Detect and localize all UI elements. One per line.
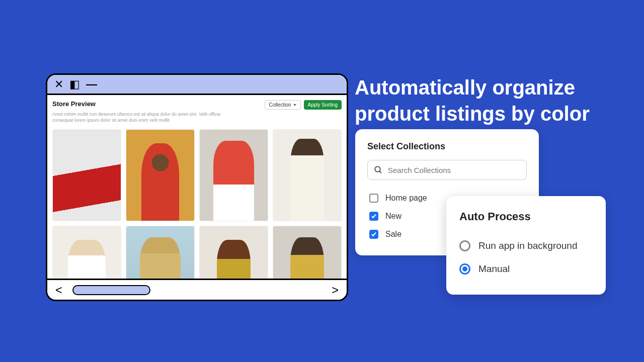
search-icon (374, 165, 383, 174)
collection-item-label: Sale (385, 230, 401, 239)
auto-process-panel: Auto Process Run app in background Manua… (446, 196, 606, 295)
nav-forward-icon[interactable]: > (332, 283, 339, 297)
radio-label: Run app in background (478, 240, 577, 251)
search-collections-field[interactable] (388, 166, 520, 174)
browser-content: Store Preview Collection Apply Sorting A… (47, 95, 347, 279)
product-card[interactable] (199, 129, 268, 221)
radio-unselected-icon[interactable] (459, 240, 470, 251)
collection-dropdown-label: Collection (269, 102, 291, 108)
radio-selected-icon[interactable] (459, 263, 470, 275)
browser-window: ✕ ◧ — Store Preview Collection Apply Sor… (46, 73, 348, 301)
product-card[interactable] (126, 129, 195, 221)
radio-label: Manual (478, 263, 510, 275)
minimize-icon[interactable]: — (86, 79, 97, 90)
svg-point-0 (375, 166, 380, 172)
auto-process-option-manual[interactable]: Manual (459, 257, 593, 281)
product-card[interactable] (273, 226, 342, 279)
collection-item-label: New (385, 212, 401, 221)
select-collections-title: Select Collections (367, 141, 527, 152)
close-icon[interactable]: ✕ (54, 79, 63, 90)
product-card[interactable] (273, 129, 342, 221)
browser-footer: < > (47, 279, 347, 300)
apply-sorting-button[interactable]: Apply Sorting (304, 100, 342, 110)
checkbox-checked-icon[interactable] (369, 212, 378, 221)
checkbox-unchecked-icon[interactable] (369, 194, 378, 203)
store-description: Amet minim mollit non deserunt ullamco e… (52, 112, 233, 123)
headline: Automatically organize product listings … (355, 74, 621, 127)
auto-process-option-background[interactable]: Run app in background (459, 234, 593, 257)
product-card[interactable] (199, 226, 268, 279)
svg-line-1 (379, 171, 381, 173)
scrollbar-thumb[interactable] (72, 285, 150, 295)
product-card[interactable] (52, 129, 121, 221)
browser-titlebar: ✕ ◧ — (47, 75, 347, 95)
product-card[interactable] (126, 226, 195, 279)
product-grid (52, 129, 342, 279)
nav-back-icon[interactable]: < (55, 283, 62, 297)
chevron-down-icon (293, 104, 296, 106)
search-collections-input[interactable] (367, 160, 527, 180)
product-card[interactable] (52, 226, 121, 279)
maximize-icon[interactable]: ◧ (69, 79, 80, 90)
auto-process-title: Auto Process (459, 210, 593, 223)
collection-item-label: Home page (385, 194, 427, 203)
checkbox-checked-icon[interactable] (369, 230, 378, 239)
store-preview-title: Store Preview (52, 100, 96, 108)
collection-dropdown[interactable]: Collection (265, 100, 301, 110)
